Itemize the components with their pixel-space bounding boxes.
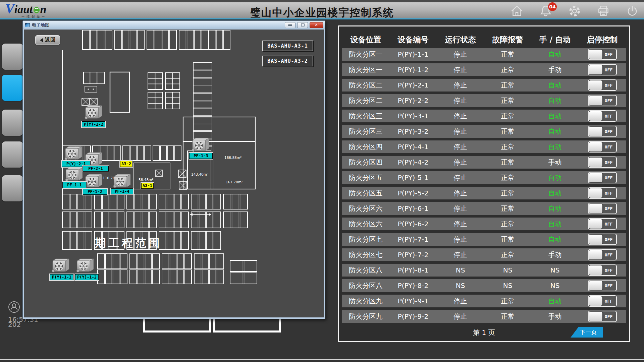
start-stop-toggle[interactable]: OFF (588, 126, 617, 137)
fan-icon[interactable] (76, 259, 94, 272)
device-status-panel: 设备位置设备编号运行状态故障报警手 / 自动启停控制 防火分区一P(PY)-1-… (338, 25, 630, 342)
window-titlebar[interactable]: 电子地图 ✕ (23, 21, 325, 29)
device-tag-pf-1-1[interactable]: PF-1-1 (62, 182, 87, 188)
status-cell: 停止 (437, 112, 484, 121)
sidebar-menu-button-3[interactable] (2, 110, 23, 136)
window-title: 电子地图 (32, 22, 49, 28)
start-stop-toggle[interactable]: OFF (588, 95, 617, 106)
table-row: 防火分区四P(PY)-4-1停止正常自动OFF (342, 140, 626, 153)
toggle-knob[interactable] (589, 281, 602, 290)
mode-cell: 自动 (531, 127, 579, 136)
toggle-knob[interactable] (589, 50, 602, 59)
printer-icon[interactable] (596, 4, 610, 18)
fan-icon[interactable] (65, 146, 82, 160)
start-stop-toggle[interactable]: OFF (588, 64, 617, 75)
start-stop-toggle[interactable]: OFF (588, 218, 617, 230)
toggle-knob[interactable] (589, 111, 602, 121)
start-stop-toggle[interactable]: OFF (588, 79, 617, 91)
maximize-button[interactable] (297, 22, 308, 28)
toggle-knob[interactable] (589, 127, 602, 136)
column-header: 设备编号 (389, 35, 437, 45)
toggle-knob[interactable] (589, 296, 602, 306)
table-row: 防火分区八P(PY)-8-2NSNSNSOFF (342, 279, 626, 292)
device-tag-p-y-2-2[interactable]: P(Y)-2-2 (82, 121, 105, 127)
mode-cell: 自动 (531, 142, 579, 152)
bas-ahu-a3-1-button[interactable]: BAS-AHU-A3-1 (262, 41, 313, 51)
device-tag-a3-1[interactable]: A3-1 (141, 183, 154, 189)
column-header: 启停控制 (579, 35, 626, 45)
stair-elevator-icon (82, 98, 89, 106)
bas-ahu-a3-2-button[interactable]: BAS-AHU-A3-2 (262, 56, 313, 66)
sidebar-menu-button-1[interactable] (2, 44, 23, 70)
device-tag-pf-1-4[interactable]: PF-1-4 (111, 188, 133, 194)
toggle-knob[interactable] (589, 173, 602, 182)
start-stop-toggle[interactable]: OFF (588, 249, 617, 260)
fan-icon[interactable] (85, 174, 102, 188)
home-icon[interactable] (510, 4, 524, 18)
device-tag-pf-1-3[interactable]: PF-1-3 (189, 153, 213, 159)
fan-icon[interactable] (65, 168, 83, 181)
toggle-knob[interactable] (589, 80, 602, 90)
device-tag-a3-2[interactable]: A3-2 (120, 161, 132, 167)
toggle-knob[interactable] (589, 204, 602, 213)
start-stop-toggle[interactable]: OFF (588, 187, 617, 199)
toggle-knob[interactable] (589, 235, 602, 244)
start-stop-toggle[interactable]: OFF (588, 203, 617, 214)
close-button[interactable]: ✕ (310, 22, 323, 28)
code-cell: P(PY)-4-1 (389, 143, 437, 151)
status-cell: 停止 (437, 142, 484, 152)
start-stop-toggle[interactable]: OFF (588, 234, 617, 245)
back-button[interactable]: 返回 (35, 35, 60, 45)
settings-gear-icon[interactable] (568, 4, 582, 18)
sidebar-menu-button-2[interactable] (2, 75, 23, 101)
start-stop-toggle[interactable]: OFF (588, 311, 617, 322)
start-stop-toggle[interactable]: OFF (588, 295, 617, 307)
sidebar-menu-button-4[interactable] (2, 141, 23, 168)
stair-elevator-icon (178, 170, 186, 178)
device-tag-pf-1-2[interactable]: PF-1-2 (83, 189, 107, 195)
toggle-knob[interactable] (589, 265, 602, 275)
toggle-state-label: OFF (601, 142, 616, 152)
toggle-state-label: OFF (601, 281, 616, 291)
start-stop-toggle[interactable]: OFF (588, 264, 617, 276)
status-cell: 停止 (437, 127, 484, 136)
mode-cell: 自动 (531, 204, 579, 213)
fan-icon[interactable] (113, 174, 130, 188)
fan-icon[interactable] (52, 259, 69, 272)
alarm-bell-icon[interactable]: 04 (539, 4, 553, 18)
fan-icon[interactable] (192, 138, 209, 152)
toggle-knob[interactable] (589, 312, 602, 321)
toggle-knob[interactable] (589, 158, 602, 167)
alarm-cell: 正常 (484, 220, 531, 229)
toggle-state-label: OFF (601, 65, 616, 75)
sidebar-menu-button-5[interactable] (2, 175, 23, 201)
toggle-knob[interactable] (589, 96, 602, 105)
start-stop-toggle[interactable]: OFF (588, 172, 617, 183)
toggle-knob[interactable] (589, 250, 602, 259)
toggle-knob[interactable] (589, 65, 602, 74)
start-stop-toggle[interactable]: OFF (588, 157, 617, 168)
toggle-knob[interactable] (589, 219, 602, 229)
mode-cell: 自动 (531, 189, 579, 198)
divider-line (90, 319, 90, 359)
device-tag-pf-2-1[interactable]: PF-2-1 (83, 166, 109, 172)
start-stop-toggle[interactable]: OFF (588, 141, 617, 153)
alarm-cell: 正常 (484, 81, 531, 90)
table-row: 防火分区二P(PY)-2-1停止正常自动OFF (342, 79, 626, 92)
power-icon[interactable] (625, 4, 639, 18)
toggle-knob[interactable] (589, 142, 602, 152)
fan-icon[interactable] (85, 106, 102, 119)
alarm-cell: 正常 (484, 312, 531, 321)
start-stop-toggle[interactable]: OFF (588, 49, 617, 60)
globe-icon (33, 4, 40, 12)
toggle-knob[interactable] (589, 188, 602, 198)
code-cell: P(PY)-6-1 (389, 204, 437, 213)
minimize-button[interactable] (285, 22, 296, 28)
start-stop-toggle[interactable]: OFF (588, 280, 617, 291)
toggle-state-label: OFF (601, 219, 616, 229)
device-tag-p-y-1-2[interactable]: P(Y)-1-2 (75, 274, 99, 280)
device-tag-p-y-1-1[interactable]: P(Y)-1-1 (50, 274, 73, 280)
user-icon[interactable] (8, 301, 20, 314)
code-cell: P(PY)-3-1 (389, 112, 437, 120)
start-stop-toggle[interactable]: OFF (588, 110, 617, 122)
